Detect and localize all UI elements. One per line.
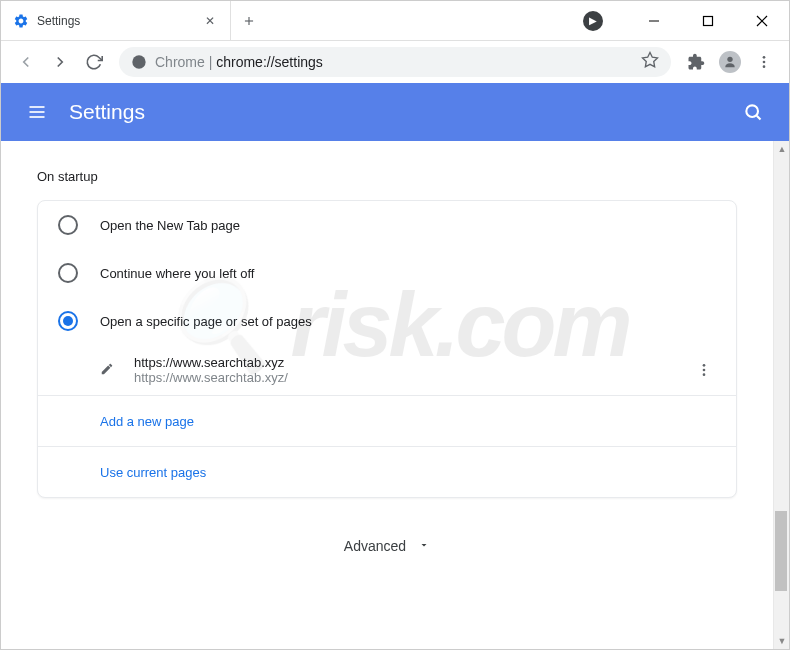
back-button[interactable] bbox=[11, 47, 41, 77]
browser-window: Settings ✕ ▶ Chrome | chrome://settings … bbox=[0, 0, 790, 650]
svg-point-15 bbox=[746, 105, 758, 117]
radio-icon bbox=[58, 311, 78, 331]
window-controls: ▶ bbox=[583, 1, 789, 40]
page-entry-title: https://www.searchtab.xyz bbox=[134, 355, 674, 370]
radio-new-tab[interactable]: Open the New Tab page bbox=[38, 201, 736, 249]
radio-continue[interactable]: Continue where you left off bbox=[38, 249, 736, 297]
settings-header: Settings bbox=[1, 83, 789, 141]
svg-point-8 bbox=[727, 57, 732, 62]
page-title: Settings bbox=[69, 100, 735, 124]
svg-point-19 bbox=[703, 373, 706, 376]
edit-icon bbox=[100, 362, 116, 378]
reload-button[interactable] bbox=[79, 47, 109, 77]
svg-point-10 bbox=[763, 61, 766, 64]
new-tab-button[interactable] bbox=[231, 1, 267, 40]
titlebar: Settings ✕ ▶ bbox=[1, 1, 789, 41]
close-icon[interactable]: ✕ bbox=[202, 13, 218, 29]
radio-label: Open the New Tab page bbox=[100, 218, 240, 233]
media-control-icon[interactable]: ▶ bbox=[583, 11, 603, 31]
svg-line-16 bbox=[757, 116, 761, 120]
svg-marker-7 bbox=[643, 53, 658, 67]
svg-point-6 bbox=[132, 55, 145, 68]
chevron-down-icon bbox=[418, 538, 430, 554]
maximize-button[interactable] bbox=[685, 1, 731, 41]
scrollbar-thumb[interactable] bbox=[775, 511, 787, 591]
svg-point-17 bbox=[703, 364, 706, 367]
startup-page-entry: https://www.searchtab.xyz https://www.se… bbox=[38, 345, 736, 395]
close-window-button[interactable] bbox=[739, 1, 785, 41]
extensions-icon[interactable] bbox=[681, 47, 711, 77]
use-current-row: Use current pages bbox=[38, 446, 736, 497]
scrollbar[interactable]: ▲ ▼ bbox=[773, 141, 789, 649]
toolbar: Chrome | chrome://settings bbox=[1, 41, 789, 83]
section-title: On startup bbox=[37, 169, 737, 184]
bookmark-star-icon[interactable] bbox=[641, 51, 659, 73]
content-area: On startup Open the New Tab page Continu… bbox=[1, 141, 789, 649]
menu-icon[interactable] bbox=[749, 47, 779, 77]
svg-point-9 bbox=[763, 56, 766, 59]
radio-specific-pages[interactable]: Open a specific page or set of pages bbox=[38, 297, 736, 345]
scroll-up-icon[interactable]: ▲ bbox=[774, 141, 789, 157]
radio-icon bbox=[58, 263, 78, 283]
advanced-label: Advanced bbox=[344, 538, 406, 554]
page-info: https://www.searchtab.xyz https://www.se… bbox=[134, 355, 674, 385]
radio-label: Continue where you left off bbox=[100, 266, 254, 281]
more-actions-icon[interactable] bbox=[692, 362, 716, 378]
browser-tab[interactable]: Settings ✕ bbox=[1, 1, 231, 40]
tab-title: Settings bbox=[37, 14, 194, 28]
add-page-row: Add a new page bbox=[38, 395, 736, 446]
settings-content: On startup Open the New Tab page Continu… bbox=[1, 141, 773, 649]
startup-card: Open the New Tab page Continue where you… bbox=[37, 200, 737, 498]
gear-icon bbox=[13, 13, 29, 29]
page-entry-url: https://www.searchtab.xyz/ bbox=[134, 370, 674, 385]
scroll-down-icon[interactable]: ▼ bbox=[774, 633, 789, 649]
minimize-button[interactable] bbox=[631, 1, 677, 41]
radio-icon bbox=[58, 215, 78, 235]
search-icon[interactable] bbox=[735, 94, 771, 130]
add-page-link[interactable]: Add a new page bbox=[100, 414, 194, 429]
advanced-toggle[interactable]: Advanced bbox=[37, 498, 737, 564]
use-current-link[interactable]: Use current pages bbox=[100, 465, 206, 480]
chrome-icon bbox=[131, 54, 147, 70]
forward-button[interactable] bbox=[45, 47, 75, 77]
hamburger-icon[interactable] bbox=[19, 94, 55, 130]
address-bar[interactable]: Chrome | chrome://settings bbox=[119, 47, 671, 77]
svg-point-18 bbox=[703, 369, 706, 372]
svg-point-11 bbox=[763, 65, 766, 68]
address-text: Chrome | chrome://settings bbox=[155, 54, 323, 70]
svg-rect-3 bbox=[704, 16, 713, 25]
radio-label: Open a specific page or set of pages bbox=[100, 314, 312, 329]
profile-avatar[interactable] bbox=[715, 47, 745, 77]
